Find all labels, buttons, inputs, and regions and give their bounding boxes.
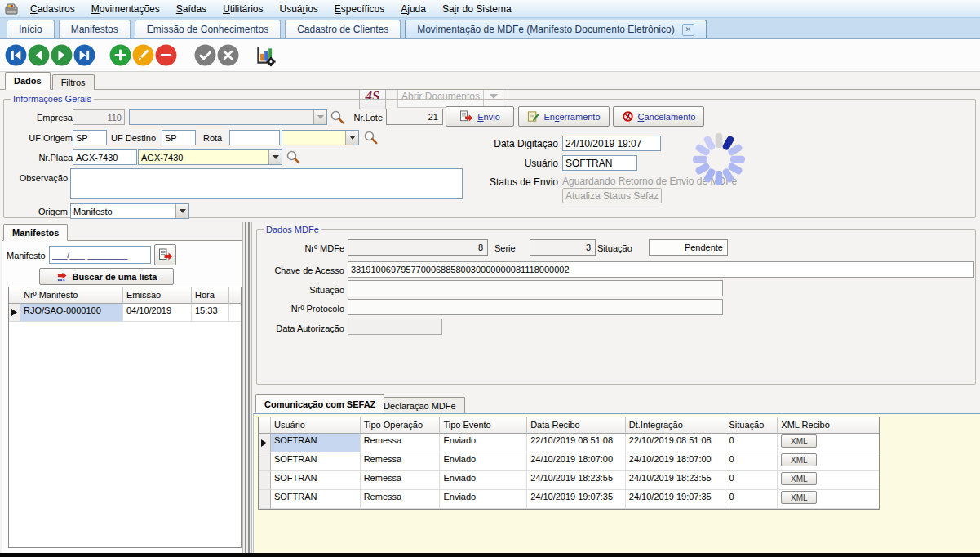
chart-settings-button[interactable] [253, 43, 277, 68]
tab-declaracao-mdfe[interactable]: Declaração MDFe [375, 397, 465, 413]
cell-usuario[interactable]: SOFTRAN [271, 490, 361, 509]
menu-utilitarios[interactable]: Utilitários [215, 0, 271, 17]
tab-filtros[interactable]: Filtros [52, 74, 95, 90]
table-row[interactable]: SOFTRAN Remessa Enviado 24/10/2019 18:07… [259, 452, 879, 471]
xml-button[interactable]: XML [781, 472, 817, 485]
data-digitacao-field[interactable] [562, 136, 661, 151]
xml-button[interactable]: XML [781, 453, 817, 466]
cell-tipo-evento[interactable]: Enviado [440, 490, 527, 509]
envio-button[interactable]: Envio [446, 106, 514, 127]
cell-situacao[interactable]: 0 [725, 434, 778, 452]
data-autorizacao-field[interactable] [348, 319, 442, 335]
cell-usuario[interactable]: SOFTRAN [271, 452, 361, 471]
col-usuario[interactable]: Usuário [271, 417, 361, 434]
cell-tipo-evento[interactable]: Enviado [440, 471, 527, 490]
cancel-button[interactable] [217, 44, 239, 66]
cell-tipo-operacao[interactable]: Remessa [361, 490, 441, 509]
cell-usuario[interactable]: SOFTRAN [271, 471, 361, 490]
observacao-field[interactable] [70, 168, 463, 199]
origem-combo-arrow[interactable] [175, 204, 188, 218]
cell-data-recibo[interactable]: 24/10/2019 18:23:55 [527, 471, 626, 490]
nr-protocolo-field[interactable] [348, 299, 723, 315]
cell-situacao[interactable]: 0 [725, 490, 778, 509]
table-row[interactable]: RJO/SAO-0000100 04/10/2019 15:33 [9, 304, 241, 322]
cell-usuario[interactable]: SOFTRAN [271, 434, 361, 452]
menu-movimentacoes[interactable]: Movimentações [83, 0, 168, 17]
manifesto-send-button[interactable] [154, 244, 176, 265]
cell-hora[interactable]: 15:33 [192, 304, 229, 322]
tab-manifestos[interactable]: Manifestos [59, 20, 131, 38]
empresa-search-icon[interactable] [330, 109, 345, 125]
cell-situacao[interactable]: 0 [725, 471, 778, 490]
first-record-button[interactable] [5, 44, 27, 66]
cell-situacao[interactable]: 0 [725, 452, 778, 471]
previous-record-button[interactable] [28, 44, 50, 66]
col-tipo-evento[interactable]: Tipo Evento [440, 417, 527, 434]
edit-button[interactable] [132, 44, 154, 66]
add-button[interactable] [109, 44, 131, 66]
col-situacao[interactable]: Situação [725, 417, 778, 434]
cell-tipo-operacao[interactable]: Remessa [361, 452, 441, 471]
cell-dt-integracao[interactable]: 24/10/2019 18:07:00 [626, 452, 726, 471]
tab-cadastro-clientes[interactable]: Cadastro de Clientes [285, 20, 401, 38]
vertical-splitter[interactable] [242, 222, 252, 553]
menu-sair-do-sistema[interactable]: Sair do Sistema [434, 0, 520, 17]
empresa-combo[interactable] [129, 109, 327, 125]
cell-data-recibo[interactable]: 22/10/2019 08:51:08 [527, 434, 626, 452]
menu-especificos[interactable]: Específicos [326, 0, 392, 17]
nr-placa-field[interactable] [73, 149, 137, 165]
rota-combo-arrow[interactable] [345, 131, 358, 145]
cell-dt-integracao[interactable]: 24/10/2019 18:23:55 [626, 471, 726, 490]
tab-dados[interactable]: Dados [5, 72, 51, 90]
table-row[interactable]: SOFTRAN Remessa Enviado 24/10/2019 18:23… [259, 471, 879, 490]
cell-emissao[interactable]: 04/10/2019 [123, 304, 192, 322]
tab-manifestos-panel[interactable]: Manifestos [3, 224, 68, 241]
last-record-button[interactable] [73, 44, 95, 66]
nr-placa-search-icon[interactable] [286, 149, 301, 165]
col-hora[interactable]: Hora [192, 287, 229, 304]
xml-button[interactable]: XML [781, 434, 817, 448]
confirm-button[interactable] [194, 44, 216, 66]
next-record-button[interactable] [51, 44, 73, 66]
tab-emissao-conhecimentos[interactable]: Emissão de Conhecimentos [135, 20, 281, 38]
chave-acesso-field[interactable] [348, 261, 974, 278]
col-dt-integracao[interactable]: Dt.Integração [626, 417, 726, 434]
table-row[interactable]: SOFTRAN Remessa Enviado 24/10/2019 19:07… [259, 490, 879, 509]
col-tipo-operacao[interactable]: Tipo Operação [361, 417, 441, 434]
col-emissao[interactable]: Emissão [123, 287, 192, 304]
nr-placa-combo[interactable]: AGX-7430 [138, 149, 282, 165]
cell-tipo-evento[interactable]: Enviado [440, 452, 527, 471]
col-nr-manifesto[interactable]: Nrº Manifesto [20, 287, 123, 304]
menu-usuarios[interactable]: Usuários [271, 0, 326, 17]
cell-tipo-operacao[interactable]: Remessa [361, 471, 441, 490]
rota-combo[interactable] [282, 130, 359, 145]
buscar-lista-button[interactable]: Buscar de uma lista [39, 268, 174, 285]
menu-cadastros[interactable]: Cadastros [22, 0, 83, 17]
col-data-recibo[interactable]: Data Recibo [527, 417, 626, 434]
uf-origem-field[interactable] [73, 130, 107, 145]
usuario-field[interactable] [562, 155, 637, 171]
delete-button[interactable] [155, 44, 177, 66]
cell-tipo-operacao[interactable]: Remessa [361, 434, 441, 452]
tab-movimentacao-mdfe[interactable]: Movimentação de MDFe (Manifesto Document… [405, 20, 706, 38]
cancelamento-button[interactable]: Cancelamento [613, 106, 704, 127]
cell-data-recibo[interactable]: 24/10/2019 19:07:35 [527, 490, 626, 509]
close-tab-icon[interactable]: ✕ [682, 24, 694, 36]
cell-dt-integracao[interactable]: 22/10/2019 08:51:08 [626, 434, 726, 452]
encerramento-button[interactable]: Encerramento [518, 106, 610, 127]
atualiza-status-sefaz-button[interactable]: Atualiza Status Sefaz [562, 188, 662, 203]
xml-button[interactable]: XML [781, 491, 817, 504]
empresa-field[interactable] [73, 109, 125, 125]
cell-tipo-evento[interactable]: Enviado [440, 434, 527, 452]
manifesto-mask-field[interactable] [49, 246, 151, 264]
uf-destino-field[interactable] [162, 130, 196, 145]
cell-dt-integracao[interactable]: 24/10/2019 19:07:35 [626, 490, 726, 509]
origem-combo[interactable]: Manifesto [70, 203, 189, 219]
cell-data-recibo[interactable]: 24/10/2019 18:07:00 [527, 452, 626, 471]
cell-nr-manifesto[interactable]: RJO/SAO-0000100 [20, 304, 123, 322]
nr-placa-combo-arrow[interactable] [268, 150, 282, 164]
menu-ajuda[interactable]: Ajuda [392, 0, 434, 17]
col-xml-recibo[interactable]: XML Recibo [778, 417, 879, 434]
tab-comunicacao-sefaz[interactable]: Comunicação com SEFAZ [255, 394, 384, 413]
tab-inicio[interactable]: Início [7, 20, 55, 38]
